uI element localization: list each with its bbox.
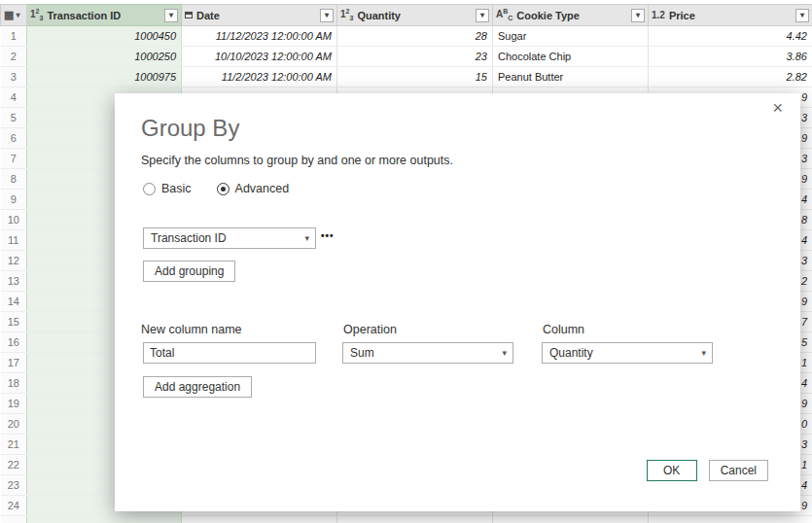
filter-button[interactable]: ▾: [164, 9, 178, 22]
chevron-down-icon: ▾: [16, 11, 19, 19]
row-number: 11: [1, 230, 27, 251]
cell-price[interactable]: [649, 516, 812, 523]
cancel-button[interactable]: Cancel: [709, 460, 768, 481]
cell-price[interactable]: 2.82: [649, 67, 812, 87]
cell-quantity[interactable]: 15: [337, 67, 493, 87]
new-column-name-input[interactable]: [143, 342, 316, 364]
row-number: 13: [1, 271, 27, 292]
row-number: 12: [1, 251, 27, 271]
text-icon: ABC: [496, 8, 512, 21]
cell-date[interactable]: 11/12/2023 12:00:00 AM: [182, 26, 337, 47]
row-number: 20: [1, 414, 27, 435]
cell-cookie_type[interactable]: Chocolate Chip: [493, 47, 649, 67]
row-number: 3: [1, 67, 27, 87]
row-number: 8: [1, 169, 27, 190]
row-number: 24: [1, 496, 27, 516]
row-number: 7: [1, 149, 27, 169]
close-icon[interactable]: ×: [772, 99, 783, 117]
column-header-label: Price: [669, 10, 790, 21]
row-number: [1, 516, 27, 523]
table-row: 2100025010/10/2023 12:00:00 AM23Chocolat…: [1, 47, 812, 67]
add-aggregation-button[interactable]: Add aggregation: [143, 376, 252, 398]
table-corner-menu[interactable]: ▦▾: [1, 5, 27, 26]
cell-transaction_id[interactable]: [27, 516, 182, 523]
chevron-down-icon: ▾: [701, 343, 706, 363]
cell-quantity[interactable]: 23: [337, 47, 493, 67]
ok-button[interactable]: OK: [647, 460, 697, 481]
cell-quantity[interactable]: 28: [337, 26, 493, 47]
row-number: 14: [1, 292, 27, 312]
column-header-date[interactable]: Date▾: [182, 5, 337, 26]
aggregation-column-dropdown[interactable]: Quantity ▾: [542, 342, 713, 364]
cell-cookie_type[interactable]: Sugar: [493, 26, 649, 47]
table-icon: ▦: [4, 9, 14, 21]
radio-selected-icon: [217, 183, 229, 195]
row-number: 1: [1, 26, 27, 47]
operation-label: Operation: [343, 323, 397, 336]
operation-dropdown[interactable]: Sum ▾: [342, 342, 513, 364]
column-header-quantity[interactable]: 123Quantity▾: [337, 5, 493, 26]
cell-quantity[interactable]: [337, 516, 493, 523]
cell-cookie_type[interactable]: [493, 516, 649, 523]
dialog-title: Group By: [141, 115, 239, 142]
chevron-down-icon: ▾: [502, 343, 507, 363]
cell-price[interactable]: 3.86: [649, 47, 812, 67]
group-by-dialog: × Group By Specify the columns to group …: [115, 93, 800, 511]
row-number: 16: [1, 332, 27, 353]
filter-button[interactable]: ▾: [795, 9, 809, 22]
cell-date[interactable]: 10/10/2023 12:00:00 AM: [182, 47, 337, 67]
table-row: 3100097511/2/2023 12:00:00 AM15Peanut Bu…: [1, 67, 812, 87]
radio-unselected-icon: [143, 183, 156, 195]
add-grouping-button[interactable]: Add grouping: [143, 261, 235, 282]
cell-date[interactable]: [182, 516, 337, 523]
row-number: 10: [1, 210, 27, 230]
cell-date[interactable]: 11/2/2023 12:00:00 AM: [182, 67, 337, 87]
radio-basic[interactable]: Basic: [143, 182, 192, 195]
column-header-label: Transaction ID: [47, 10, 159, 21]
dropdown-value: Quantity: [549, 346, 593, 360]
column-label: Column: [543, 323, 584, 336]
radio-advanced[interactable]: Advanced: [217, 182, 290, 195]
radio-basic-label: Basic: [161, 182, 192, 195]
row-number: 18: [1, 373, 27, 394]
column-header-label: Date: [196, 10, 314, 21]
row-number: 19: [1, 394, 27, 414]
row-number: 23: [1, 475, 27, 496]
cell-cookie_type[interactable]: Peanut Butter: [493, 67, 649, 87]
filter-button[interactable]: ▾: [320, 9, 334, 22]
table-row: [1, 516, 812, 523]
group-column-dropdown[interactable]: Transaction ID ▾: [143, 227, 316, 249]
dialog-subtitle: Specify the columns to group by and one …: [141, 154, 453, 167]
table-header-row: ▦▾123Transaction ID▾Date▾123Quantity▾ABC…: [1, 5, 812, 26]
column-header-label: Quantity: [357, 10, 470, 21]
row-number: 9: [1, 190, 27, 210]
row-number: 6: [1, 128, 27, 149]
column-header-transaction-id[interactable]: 123Transaction ID▾: [27, 5, 182, 26]
dropdown-value: Sum: [350, 346, 374, 360]
row-number: 22: [1, 455, 27, 475]
more-options-button[interactable]: •••: [321, 230, 335, 241]
cell-transaction_id[interactable]: 1000975: [27, 67, 182, 87]
row-number: 4: [1, 87, 27, 108]
filter-button[interactable]: ▾: [476, 9, 489, 22]
cell-price[interactable]: 4.42: [649, 26, 812, 47]
row-number: 15: [1, 312, 27, 332]
decimal-icon: 1.2: [652, 10, 665, 20]
chevron-down-icon: ▾: [304, 228, 309, 248]
whole-number-icon: 123: [340, 8, 353, 21]
row-number: 2: [1, 47, 27, 67]
filter-button[interactable]: ▾: [631, 9, 645, 22]
row-number: 21: [1, 435, 27, 455]
cell-transaction_id[interactable]: 1000450: [27, 26, 182, 47]
dropdown-value: Transaction ID: [151, 231, 227, 245]
radio-advanced-label: Advanced: [235, 182, 290, 195]
new-column-name-label: New column name: [141, 323, 242, 336]
datetime-icon: [185, 10, 193, 20]
table-row: 1100045011/12/2023 12:00:00 AM28Sugar4.4…: [1, 26, 812, 47]
column-header-price[interactable]: 1.2Price▾: [649, 5, 812, 26]
cell-transaction_id[interactable]: 1000250: [27, 47, 182, 67]
whole-number-icon: 123: [30, 8, 43, 21]
row-number: 5: [1, 108, 27, 128]
column-header-label: Cookie Type: [516, 10, 625, 21]
column-header-cookie-type[interactable]: ABCCookie Type▾: [493, 5, 649, 26]
